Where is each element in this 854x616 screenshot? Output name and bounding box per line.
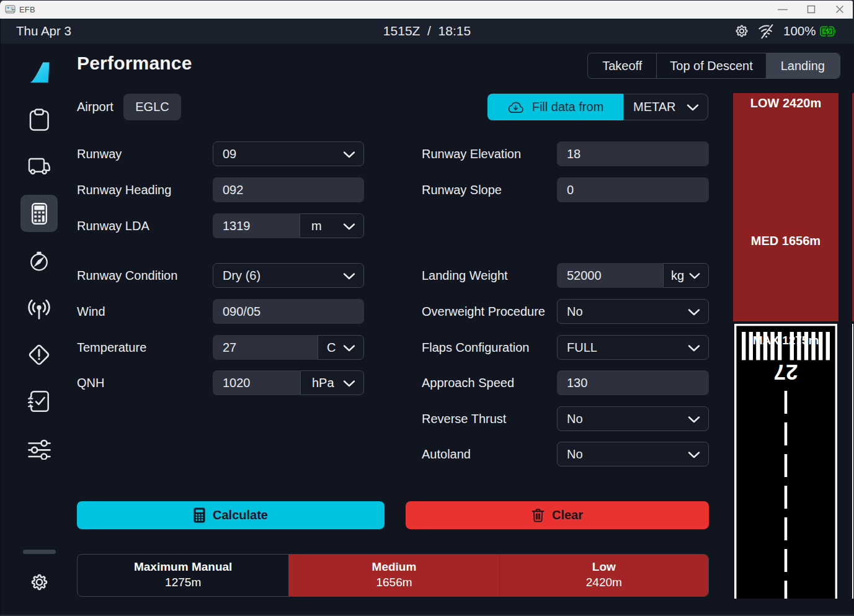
svg-text:MAX 1275m: MAX 1275m	[753, 334, 819, 347]
svg-text:27: 27	[774, 360, 798, 385]
